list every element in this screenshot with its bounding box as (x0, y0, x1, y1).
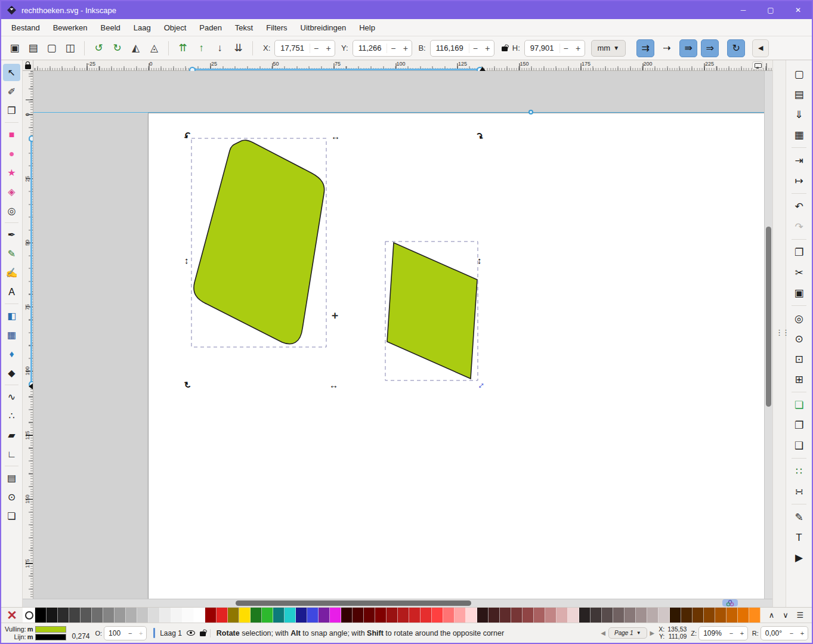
spray-tool[interactable]: ∴ (3, 407, 20, 425)
color-swatch[interactable] (69, 608, 81, 623)
width-field[interactable]: 116,169 − + (430, 40, 494, 57)
new-document-button[interactable]: ▢ (790, 65, 808, 83)
eraser-tool[interactable]: ▰ (3, 426, 20, 444)
rotation-field[interactable]: 0,00° − + (761, 626, 808, 640)
lower-icon[interactable]: ↓ (211, 39, 228, 57)
color-swatch[interactable] (511, 608, 523, 623)
color-swatch[interactable] (602, 608, 613, 623)
color-swatch[interactable] (715, 608, 727, 623)
duplicate-button[interactable]: ❏ (790, 396, 808, 414)
skew-handle-top[interactable]: ↔ (331, 132, 340, 141)
width-decrement[interactable]: − (469, 44, 481, 53)
lower-to-bottom-icon[interactable]: ⇊ (230, 39, 247, 57)
color-swatch[interactable] (421, 608, 432, 623)
ruler-lock-icon[interactable] (23, 60, 33, 71)
unit-dropdown[interactable]: mm▼ (591, 40, 626, 57)
pages-tool[interactable]: ❏ (3, 507, 20, 525)
flip-horizontal-icon[interactable]: ◭ (127, 39, 144, 57)
palette-scroll-down-button[interactable]: ∨ (783, 611, 789, 620)
color-swatch[interactable] (591, 608, 602, 623)
color-swatch[interactable] (149, 608, 160, 623)
scale-stroke-toggle[interactable]: ⇉ (636, 39, 654, 57)
color-swatch[interactable] (443, 608, 455, 623)
star-tool[interactable]: ★ (3, 164, 20, 181)
print-button[interactable]: ▦ (790, 126, 808, 144)
text-dialog-button[interactable]: T (790, 528, 808, 547)
color-swatch[interactable] (534, 608, 545, 623)
export-button[interactable]: ↦ (790, 172, 808, 190)
skew-handle-right[interactable]: ↕ (477, 256, 482, 265)
pen-tool[interactable]: ✒ (3, 226, 20, 243)
color-swatch[interactable] (228, 608, 239, 623)
rounded-parallelogram-shape[interactable] (194, 140, 324, 344)
create-clone-button[interactable]: ❐ (790, 416, 808, 435)
opacity-decrement[interactable]: − (125, 630, 135, 637)
color-swatch[interactable] (171, 608, 183, 623)
y-increment[interactable]: + (399, 44, 412, 53)
color-swatch[interactable] (35, 608, 47, 623)
color-swatch[interactable] (364, 608, 375, 623)
rotate-cw-icon[interactable]: ↻ (109, 39, 126, 57)
layer-visibility-eye-icon[interactable] (187, 630, 195, 637)
unset-color-swatch[interactable] (23, 608, 35, 623)
open-document-button[interactable]: ▤ (790, 85, 808, 104)
horizontal-scrollbar[interactable] (23, 599, 772, 607)
pencil-tool[interactable]: ✎ (3, 245, 20, 262)
stroke-color-swatch[interactable] (35, 634, 66, 640)
color-swatch[interactable] (625, 608, 636, 623)
color-swatch[interactable] (183, 608, 194, 623)
color-swatch[interactable] (432, 608, 443, 623)
zoom-tool[interactable]: ⊙ (3, 488, 20, 506)
move-patterns-toggle[interactable]: ⇒ (701, 39, 719, 57)
scale-corners-toggle[interactable]: ⇢ (658, 39, 676, 57)
color-swatch[interactable] (330, 608, 341, 623)
height-decrement[interactable]: − (559, 44, 572, 53)
opacity-value[interactable]: 100 (104, 629, 125, 637)
x-decrement[interactable]: − (310, 44, 322, 53)
color-swatch[interactable] (579, 608, 591, 623)
color-swatch[interactable] (205, 608, 217, 623)
maximize-button[interactable]: ▢ (757, 1, 784, 19)
color-swatch[interactable] (273, 608, 285, 623)
color-swatch[interactable] (262, 608, 273, 623)
parallelogram-shape[interactable] (387, 243, 477, 379)
redo-button[interactable]: ↷ (790, 218, 808, 236)
previous-page-button[interactable]: ◀ (601, 630, 605, 636)
flip-vertical-icon[interactable]: ◬ (146, 39, 163, 57)
minimize-button[interactable]: ─ (729, 1, 757, 19)
move-gradients-toggle[interactable]: ⇛ (679, 39, 697, 57)
lock-ratio-icon[interactable] (502, 44, 508, 53)
save-document-button[interactable]: ⇓ (790, 106, 808, 124)
panel-grip-handle[interactable]: ⋮⋮ (775, 328, 789, 337)
color-swatch[interactable] (47, 608, 58, 623)
palette-menu-button[interactable]: ☰ (797, 611, 804, 620)
menu-item[interactable]: Paden (193, 20, 228, 35)
close-button[interactable]: ✕ (784, 1, 812, 19)
color-swatch[interactable] (319, 608, 330, 623)
left-ruler[interactable]: 0255075100125150175 (23, 71, 33, 599)
color-swatch[interactable] (659, 608, 670, 623)
palette-scroll-up-button[interactable]: ∧ (769, 611, 775, 620)
select-all-icon[interactable]: ▣ (6, 39, 23, 57)
y-field[interactable]: 11,266 − + (353, 40, 413, 57)
color-swatch[interactable] (749, 608, 761, 623)
paste-button[interactable]: ▣ (790, 284, 808, 302)
color-swatch[interactable] (341, 608, 353, 623)
color-swatch[interactable] (375, 608, 387, 623)
box3d-tool[interactable]: ◈ (3, 183, 20, 200)
text-tool[interactable]: A (3, 283, 20, 301)
import-button[interactable]: ⇥ (790, 151, 808, 170)
rotation-increment[interactable]: + (797, 630, 808, 637)
stroke-width-value[interactable]: 0,274 (72, 632, 89, 640)
color-swatch[interactable] (477, 608, 489, 623)
spiral-tool[interactable]: ◎ (3, 202, 20, 219)
color-swatch[interactable] (126, 608, 137, 623)
fill-stroke-dialog-button[interactable]: ✎ (790, 508, 808, 527)
measure-tool[interactable]: ▤ (3, 469, 20, 487)
color-swatch[interactable] (704, 608, 715, 623)
rotate-ccw-icon[interactable]: ↺ (90, 39, 107, 57)
menu-item[interactable]: Help (353, 20, 382, 35)
show-more-button[interactable]: ▶ (790, 549, 808, 567)
y-decrement[interactable]: − (387, 44, 399, 53)
color-swatch[interactable] (693, 608, 704, 623)
